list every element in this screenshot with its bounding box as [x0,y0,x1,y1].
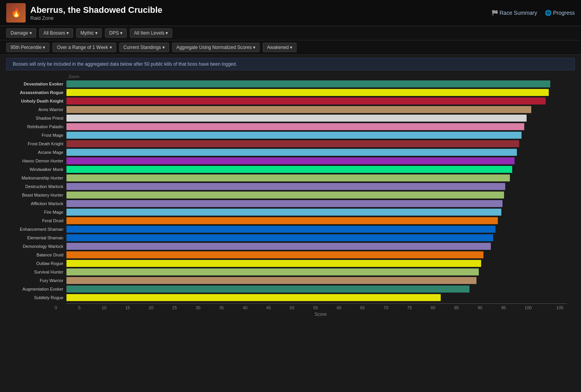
spec-label: Frost Mage [6,133,66,138]
spec-bar [66,98,546,105]
globe-icon: 🌐 [545,10,551,16]
x-tick: 95 [501,305,524,310]
x-tick: 5 [78,305,101,310]
spec-bar [66,226,496,233]
x-tick: 90 [478,305,501,310]
spec-label: Beast Mastery Hunter [6,193,66,197]
x-tick: 65 [360,305,384,310]
chart-row: Beast Mastery Hunter [6,191,575,199]
x-tick: 0 [55,305,78,310]
spec-bar [66,89,549,96]
dps-btn[interactable]: DPS ▾ [105,28,127,38]
chart-row: Destruction Warlock [6,182,575,191]
spec-bar [66,140,519,147]
spec-bar [66,192,504,199]
zone-subtitle: Raid Zone [30,15,162,21]
standings-btn[interactable]: Current Standings ▾ [119,43,169,52]
chart-row: Elemental Shaman [6,233,575,242]
spec-label: Outlaw Rogue [6,261,66,266]
chart-row: Unholy Death Knight [6,97,575,105]
x-tick: 80 [431,305,454,310]
spec-label: Fury Warrior [6,278,66,283]
percentile-btn[interactable]: 95th Percentile ▾ [6,43,49,52]
spec-bar [66,286,469,293]
spec-label: Enhancement Shaman [6,227,66,232]
chart-row: Affliction Warlock [6,199,575,208]
spec-bar [66,277,476,284]
spec-label: Windwalker Monk [6,167,66,172]
spec-label: Feral Druid [6,218,66,223]
x-tick: 100 [525,305,548,310]
chart-row: Subtlety Rogue [6,293,575,302]
chart-body: Devastation EvokerAssassination RogueUnh… [6,80,575,302]
page-header: 🔥 Aberrus, the Shadowed Crucible Raid Zo… [0,0,581,26]
spec-label: Assassination Rogue [6,90,66,95]
chart-row: Frost Death Knight [6,139,575,148]
all-bosses-btn[interactable]: All Bosses ▾ [39,28,73,38]
spec-bar [66,294,441,301]
spec-label: Demonology Warlock [6,244,66,249]
race-summary-link[interactable]: 🏁 Race Summary [492,10,537,16]
x-tick: 15 [125,305,148,310]
x-tick: 35 [219,305,243,310]
spec-bar [66,260,481,267]
chart-row: Feral Druid [6,216,575,225]
header-left: 🔥 Aberrus, the Shadowed Crucible Raid Zo… [6,3,162,23]
x-axis-labels: 0510152025303540455055606570758085909510… [66,303,567,310]
chart-row: Fury Warrior [6,276,575,285]
spec-bar [66,166,512,173]
x-tick: 25 [172,305,195,310]
spec-bar [66,268,479,275]
awakened-btn[interactable]: Awakened ▾ [263,43,297,52]
spec-bar [66,243,491,250]
chart-row: Demonology Warlock [6,242,575,251]
x-tick: 45 [266,305,290,310]
spec-bar [66,217,498,224]
chart-container: Zoom Devastation EvokerAssassination Rog… [6,73,575,317]
chart-row: Havoc Demon Hunter [6,157,575,165]
spec-bar [66,80,550,87]
spec-bar [66,174,510,181]
spec-bar [66,132,522,139]
damage-btn[interactable]: Damage ▾ [6,28,36,38]
zone-title: Aberrus, the Shadowed Crucible [30,5,162,15]
chart-row: Survival Hunter [6,268,575,276]
info-banner: Bosses will only be included in the aggr… [6,58,575,70]
x-tick: 60 [337,305,360,310]
spec-bar [66,234,493,241]
chart-row: Augmentation Evoker [6,285,575,293]
range-btn[interactable]: Over a Range of 1 Week ▾ [52,43,116,52]
spec-bar [66,106,531,113]
chart-row: Enhancement Shaman [6,225,575,233]
spec-bar [66,251,483,258]
x-tick: 70 [384,305,407,310]
normalized-btn[interactable]: Aggregate Using Normalized Scores ▾ [172,43,260,52]
chart-row: Shadow Priest [6,114,575,122]
spec-label: Survival Hunter [6,270,66,274]
chart-row: Windwalker Monk [6,165,575,174]
header-right: 🏁 Race Summary 🌐 Progress [492,10,575,16]
spec-bar [66,115,527,122]
flag-icon: 🏁 [492,10,498,16]
spec-label: Marksmanship Hunter [6,176,66,180]
spec-bar [66,209,501,216]
all-item-levels-btn[interactable]: All Item Levels ▾ [130,28,172,38]
x-tick: 55 [313,305,337,310]
zone-icon: 🔥 [6,3,26,23]
spec-label: Arcane Mage [6,150,66,155]
x-tick: 85 [454,305,477,310]
spec-label: Elemental Shaman [6,235,66,240]
chart-row: Retribution Paladin [6,122,575,131]
spec-label: Fire Mage [6,210,66,214]
spec-label: Subtlety Rogue [6,295,66,300]
x-tick: 75 [407,305,431,310]
filter-bar: 95th Percentile ▾ Over a Range of 1 Week… [0,40,581,55]
chart-row: Frost Mage [6,131,575,139]
spec-bar [66,157,515,164]
chart-row: Devastation Evoker [6,80,575,88]
x-tick: 20 [149,305,172,310]
spec-label: Retribution Paladin [6,124,66,129]
chart-row: Arcane Mage [6,148,575,157]
progress-link[interactable]: 🌐 Progress [545,10,575,16]
mythic-btn[interactable]: Mythic ▾ [76,28,102,38]
